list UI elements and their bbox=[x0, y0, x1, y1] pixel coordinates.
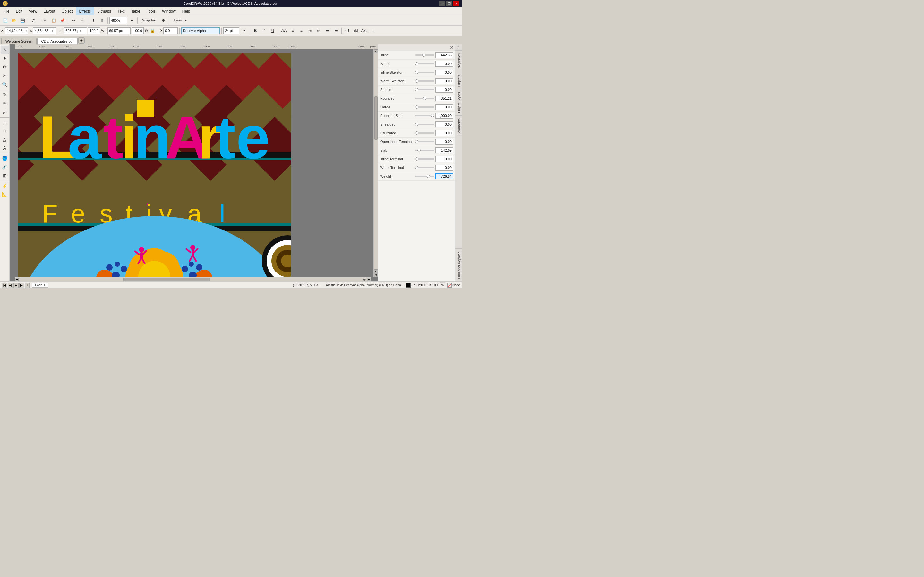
italic-button[interactable]: I bbox=[260, 27, 268, 35]
vf-slider-4[interactable] bbox=[415, 89, 434, 90]
align-button[interactable]: ☰ bbox=[323, 27, 331, 35]
comments-tab[interactable]: Comments bbox=[455, 115, 462, 138]
vf-value-9[interactable] bbox=[435, 130, 453, 136]
redo-button[interactable]: ↪ bbox=[78, 17, 86, 24]
lock-ratio-button[interactable]: 🔒 bbox=[149, 27, 156, 35]
fill-color-swatch[interactable] bbox=[406, 283, 411, 287]
w-pct-field[interactable] bbox=[88, 27, 100, 34]
bold-button[interactable]: B bbox=[252, 27, 259, 35]
restore-button[interactable]: ❐ bbox=[446, 1, 452, 6]
zoom-dropdown[interactable]: ▾ bbox=[128, 17, 136, 24]
open-button[interactable]: 📂 bbox=[10, 17, 18, 24]
vf-slider-1[interactable] bbox=[415, 63, 434, 64]
menu-edit[interactable]: Edit bbox=[13, 7, 26, 15]
undo-button[interactable]: ↩ bbox=[69, 17, 78, 24]
scroll-left-button[interactable]: ◀ bbox=[15, 277, 19, 282]
vf-value-12[interactable] bbox=[435, 156, 453, 162]
scroll-thumb-h[interactable] bbox=[123, 278, 210, 281]
dimension-tool[interactable]: 📐 bbox=[1, 190, 9, 199]
vf-value-8[interactable] bbox=[435, 121, 453, 127]
cut-button[interactable]: ✂ bbox=[41, 17, 49, 24]
tab-document[interactable]: CD&I Associates.cdr bbox=[37, 38, 78, 44]
menu-file[interactable]: File bbox=[0, 7, 13, 15]
eyedropper-tool[interactable]: 💉 bbox=[1, 163, 9, 171]
launch-button[interactable]: Launch ▾ bbox=[171, 17, 190, 24]
vf-slider-11[interactable] bbox=[415, 150, 434, 151]
vf-value-0[interactable] bbox=[435, 52, 453, 58]
vertical-scrollbar[interactable]: ▲ ▼ ⊞ bbox=[373, 49, 378, 277]
outdent-button[interactable]: ⇤ bbox=[315, 27, 322, 35]
close-button[interactable]: ✕ bbox=[453, 1, 459, 6]
transform-tool[interactable]: ⟳ bbox=[1, 63, 9, 71]
vf-value-2[interactable] bbox=[435, 69, 453, 75]
zoom-fit-button[interactable]: ⊞ bbox=[374, 273, 378, 277]
node-tool[interactable]: ✦ bbox=[1, 54, 9, 63]
vf-value-4[interactable] bbox=[435, 87, 453, 93]
vf-slider-0[interactable] bbox=[415, 55, 434, 56]
vf-value-5[interactable] bbox=[435, 95, 453, 101]
menu-object[interactable]: Object bbox=[58, 7, 76, 15]
font-size-field[interactable] bbox=[223, 27, 239, 34]
objects-tab[interactable]: Objects bbox=[455, 72, 462, 89]
vf-slider-6[interactable] bbox=[415, 106, 434, 108]
minimize-button[interactable]: — bbox=[439, 1, 445, 6]
w-field[interactable] bbox=[64, 27, 87, 34]
vf-slider-5[interactable] bbox=[415, 98, 434, 99]
polygon-tool[interactable]: △ bbox=[1, 135, 9, 143]
vf-slider-13[interactable] bbox=[415, 167, 434, 168]
text-tool[interactable]: A bbox=[1, 144, 9, 152]
menu-view[interactable]: View bbox=[26, 7, 40, 15]
plus-button[interactable]: + bbox=[369, 27, 377, 35]
prev-page-button[interactable]: ◀ bbox=[8, 283, 13, 288]
scroll-up-button[interactable]: ▲ bbox=[374, 49, 378, 53]
text-frame-button[interactable]: ab| bbox=[352, 27, 360, 35]
pen-button[interactable]: ✎ bbox=[439, 282, 445, 288]
fill-swatch[interactable] bbox=[447, 283, 452, 287]
menu-tools[interactable]: Tools bbox=[144, 7, 159, 15]
hints-icon[interactable]: ? bbox=[455, 45, 460, 50]
vf-value-3[interactable] bbox=[435, 78, 453, 84]
indent-button[interactable]: ⇥ bbox=[306, 27, 314, 35]
vf-slider-14[interactable] bbox=[415, 176, 434, 177]
add-page-button[interactable]: + bbox=[25, 283, 29, 288]
vf-value-13[interactable] bbox=[435, 165, 453, 171]
connector-tool[interactable]: ⚡ bbox=[1, 182, 9, 190]
properties-tab[interactable]: Properties bbox=[455, 50, 462, 72]
save-button[interactable]: 💾 bbox=[19, 17, 26, 24]
select-tool[interactable]: ↖ bbox=[1, 45, 9, 54]
copy-button[interactable]: 📋 bbox=[50, 17, 57, 24]
options-button[interactable]: ⚙ bbox=[160, 17, 167, 24]
menu-window[interactable]: Window bbox=[159, 7, 179, 15]
vf-slider-2[interactable] bbox=[415, 72, 434, 73]
underline-button[interactable]: U bbox=[269, 27, 276, 35]
find-replace-tab[interactable]: Find and Replace bbox=[455, 248, 462, 282]
print-button[interactable]: 🖨 bbox=[30, 17, 37, 24]
page-tab[interactable]: Page 1 bbox=[32, 283, 48, 287]
vf-slider-12[interactable] bbox=[415, 158, 434, 160]
crop-tool[interactable]: ✂ bbox=[1, 71, 9, 80]
menu-text[interactable]: Text bbox=[114, 7, 128, 15]
zoom-input[interactable] bbox=[110, 17, 127, 24]
ellipsis-button[interactable]: O bbox=[343, 27, 351, 35]
first-page-button[interactable]: |◀ bbox=[2, 283, 7, 288]
vf-value-7[interactable] bbox=[435, 113, 453, 119]
vf-value-10[interactable] bbox=[435, 139, 453, 145]
snap-to-button[interactable]: Snap To▾ bbox=[139, 17, 158, 24]
export-button[interactable]: ⬆ bbox=[98, 17, 106, 24]
paste-button[interactable]: 📌 bbox=[58, 17, 66, 24]
menu-help[interactable]: Help bbox=[179, 7, 194, 15]
calligraphy-tool[interactable]: 🖊 bbox=[1, 108, 9, 116]
interactive-tool[interactable]: ⊞ bbox=[1, 171, 9, 180]
new-button[interactable]: 📄 bbox=[1, 17, 9, 24]
vf-value-14[interactable] bbox=[435, 173, 453, 179]
menu-layout[interactable]: Layout bbox=[40, 7, 58, 15]
scroll-down-button[interactable]: ▼ bbox=[374, 269, 378, 273]
angle-field[interactable] bbox=[163, 27, 178, 34]
h-pct-field[interactable] bbox=[132, 27, 144, 34]
vf-slider-9[interactable] bbox=[415, 132, 434, 134]
smartdraw-tool[interactable]: ✏ bbox=[1, 99, 9, 107]
import-button[interactable]: ⬇ bbox=[89, 17, 97, 24]
last-page-button[interactable]: ▶| bbox=[19, 283, 24, 288]
vf-value-6[interactable] bbox=[435, 104, 453, 110]
scroll-thumb-v[interactable] bbox=[375, 97, 378, 140]
